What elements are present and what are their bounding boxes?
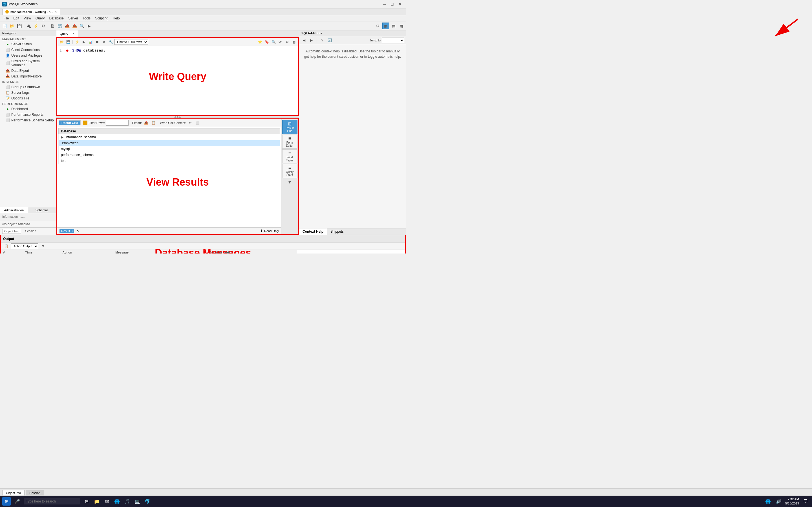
sidebar-tab-administration[interactable]: Administration xyxy=(0,207,28,213)
menu-query[interactable]: Query xyxy=(33,16,47,21)
result-grid-btn[interactable]: ⊞ Result Grid xyxy=(282,120,297,134)
connection-tab-close[interactable]: ✕ xyxy=(55,10,57,13)
sidebar-item-server-status[interactable]: ● Server Status xyxy=(0,41,56,47)
object-info-tab[interactable]: Object Info xyxy=(2,229,21,234)
result-grid-tab[interactable]: Result Grid xyxy=(59,120,81,125)
toolbar-view2-btn[interactable]: ▤ xyxy=(390,22,397,29)
editor-run-btn[interactable]: ⚡ xyxy=(74,39,80,45)
menu-tools[interactable]: Tools xyxy=(80,16,93,21)
fullscreen-btn[interactable]: ⬜ xyxy=(195,120,201,126)
sidebar-item-users-privileges[interactable]: 👤 Users and Privileges xyxy=(0,53,56,58)
editor-save-btn[interactable]: 💾 xyxy=(65,39,71,45)
sql-forward-btn[interactable]: ▶ xyxy=(308,37,314,43)
menu-help[interactable]: Help xyxy=(110,16,122,21)
toolbar-disconnect-btn[interactable]: ⚡ xyxy=(33,22,39,29)
snippets-tab[interactable]: Snippets xyxy=(327,228,347,235)
filter-rows-input[interactable] xyxy=(106,120,129,126)
sidebar-item-client-connections[interactable]: ⬜ Client Connections xyxy=(0,47,56,53)
editor-bookmark-btn[interactable]: ⭐ xyxy=(257,39,263,45)
sql-back-btn[interactable]: ◀ xyxy=(301,37,307,43)
wrap-btn[interactable]: ⇔ xyxy=(187,120,193,126)
editor-format-btn[interactable]: 🔧 xyxy=(108,39,114,45)
sql-help-btn[interactable]: ? xyxy=(319,37,325,43)
query-stats-btn[interactable]: ≡ Query Stats xyxy=(282,164,297,178)
output-copy-btn[interactable]: 📋 xyxy=(3,243,9,249)
export-btn[interactable]: 📤 xyxy=(143,120,149,126)
sidebar-item-server-logs[interactable]: 📋 Server Logs xyxy=(0,90,56,96)
editor-more-btn[interactable]: ⚙ xyxy=(284,39,290,45)
toolbar-run-btn[interactable]: ▶ xyxy=(86,22,93,29)
db-cell-3: mysql xyxy=(59,146,280,152)
editor-find-btn[interactable]: 🔍 xyxy=(270,39,276,45)
minimize-button[interactable]: ─ xyxy=(380,1,388,7)
output-table-container: # Time Action Message Duration / Fetch ●… xyxy=(1,250,405,253)
expand-btn-1[interactable]: ▶ xyxy=(61,135,63,139)
export2-btn[interactable]: 📋 xyxy=(150,120,156,126)
table-row[interactable]: employees xyxy=(59,140,280,146)
menu-server[interactable]: Server xyxy=(66,16,80,21)
sidebar-item-options-file[interactable]: 📝 Options File xyxy=(0,96,56,101)
sidebar-item-status-variables[interactable]: ⬜ Status and System Variables xyxy=(0,58,56,68)
editor-run-selection-btn[interactable]: ▶ xyxy=(81,39,87,45)
toolbar-open-btn[interactable]: 📂 xyxy=(8,22,15,29)
context-help-tab[interactable]: Context Help xyxy=(299,228,327,235)
connection-tab[interactable]: maddatum.com - Warning - n... ✕ xyxy=(2,9,60,15)
editor-cancel-btn[interactable]: ✕ xyxy=(101,39,107,45)
toolbar-gear-btn[interactable]: ⚙ xyxy=(374,22,381,29)
toolbar-settings-btn[interactable]: ⚙ xyxy=(40,22,47,29)
sidebar-item-data-export[interactable]: 📤 Data Export xyxy=(0,68,56,73)
session-tab[interactable]: Session xyxy=(23,229,38,234)
menu-edit[interactable]: Edit xyxy=(11,16,21,21)
code-editor[interactable]: 1 ● SHOW databases; xyxy=(57,46,298,115)
sql-refresh-btn[interactable]: 🔄 xyxy=(326,37,333,43)
toolbar-view3-btn[interactable]: ▦ xyxy=(398,22,405,29)
toolbar-connect-btn[interactable]: 🔌 xyxy=(25,22,32,29)
toolbar-new-btn[interactable]: 📄 xyxy=(1,22,8,29)
limit-rows-select[interactable]: Limit to 1000 rows xyxy=(114,39,148,45)
table-row[interactable]: mysql xyxy=(59,146,280,152)
editor-bookmark2-btn[interactable]: 🔖 xyxy=(264,39,270,45)
table-row[interactable]: ▶ information_schema xyxy=(59,134,280,140)
sidebar-scroll-down[interactable]: ▼ xyxy=(288,180,292,185)
toolbar-export-btn[interactable]: 📤 xyxy=(71,22,78,29)
sidebar-tab-schemas[interactable]: Schemas xyxy=(28,207,56,213)
sql-keyword-show: SHOW xyxy=(72,48,83,52)
jump-select[interactable] xyxy=(382,37,404,43)
sidebar-item-startup-shutdown[interactable]: ⬜ Startup / Shutdown xyxy=(0,84,56,90)
query-tab-1-close[interactable]: ✕ xyxy=(72,32,75,35)
toolbar-schema-btn[interactable]: 🗄 xyxy=(49,22,56,29)
toolbar-import-btn[interactable]: 📥 xyxy=(64,22,70,29)
query-tab-1[interactable]: Query 1 ✕ xyxy=(56,31,79,37)
title-bar: 🐬 MySQL Workbench ─ □ ✕ xyxy=(0,0,406,8)
sql-additions-panel: SQLAdditions ◀ ▶ ? 🔄 Jump to Automatic c… xyxy=(299,31,406,235)
editor-stop-btn[interactable]: ⏹ xyxy=(94,39,100,45)
sidebar-item-performance-reports[interactable]: ⬜ Performance Reports xyxy=(0,112,56,117)
sidebar-item-performance-schema[interactable]: ⬜ Performance Schema Setup xyxy=(0,117,56,123)
options-file-icon: 📝 xyxy=(6,96,10,100)
editor-invisible-btn[interactable]: 👁 xyxy=(277,39,283,45)
table-row[interactable]: test xyxy=(59,158,280,164)
menu-database[interactable]: Database xyxy=(47,16,66,21)
menu-scripting[interactable]: Scripting xyxy=(93,16,110,21)
db-cell-5: test xyxy=(59,158,280,164)
action-output-select[interactable]: Action Output xyxy=(11,243,38,249)
result-close-btn[interactable]: ✕ xyxy=(77,229,79,233)
toolbar-view1-btn[interactable]: ▦ xyxy=(382,22,389,29)
sidebar-item-data-import[interactable]: 📥 Data Import/Restore xyxy=(0,73,56,79)
toolbar-refresh-btn[interactable]: 🔄 xyxy=(56,22,63,29)
form-editor-btn[interactable]: ≡ Form Editor xyxy=(282,135,297,149)
editor-explain-btn[interactable]: 📊 xyxy=(87,39,94,45)
close-button[interactable]: ✕ xyxy=(396,1,404,7)
table-row[interactable]: performance_schema xyxy=(59,152,280,158)
action-select-arrow[interactable]: ▼ xyxy=(40,243,46,249)
toolbar-save-btn[interactable]: 💾 xyxy=(16,22,22,29)
editor-panel-btn[interactable]: ▦ xyxy=(291,39,297,45)
editor-open-btn[interactable]: 📂 xyxy=(58,39,64,45)
sql-additions-content: Automatic context help is disabled. Use … xyxy=(299,44,406,141)
menu-view[interactable]: View xyxy=(21,16,33,21)
sidebar-item-dashboard[interactable]: ● Dashboard xyxy=(0,106,56,112)
menu-file[interactable]: File xyxy=(1,16,11,21)
field-types-btn[interactable]: ≡ Field Types xyxy=(282,149,297,163)
maximize-button[interactable]: □ xyxy=(389,1,396,7)
toolbar-search-btn[interactable]: 🔍 xyxy=(79,22,85,29)
